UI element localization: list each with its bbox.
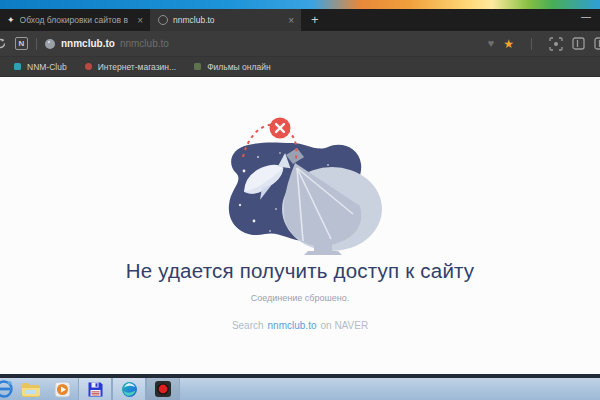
taskbar-whale-browser-icon[interactable] [112,378,146,400]
naver-n-badge-icon[interactable]: N [15,37,28,50]
close-tab-icon[interactable]: × [286,15,294,26]
tab-bar: ✦ Обход блокировки сайтов в Р × nnmclub.… [0,9,600,31]
error-page: Не удается получить доступ к сайту Соеди… [0,77,600,374]
search-suffix: on NAVER [320,320,368,331]
taskbar-file-explorer-icon[interactable] [14,378,46,400]
error-illustration [210,113,390,255]
taskbar-internet-explorer-icon[interactable] [0,378,14,400]
search-suggestion: Searchnnmclub.toon NAVER [0,320,600,331]
bookmark-favicon-icon [14,63,21,70]
heart-scrap-icon[interactable]: ♥ [488,38,495,49]
address-toolbar: N nnmclub.to nnmclub.to ♥ ★ [0,31,600,57]
sidebar-panel2-icon[interactable] [594,37,600,50]
globe-ring-favicon-icon [158,15,168,25]
url-suffix: nnmclub.to [120,38,169,49]
reload-icon[interactable] [0,37,7,50]
search-prefix: Search [232,320,264,331]
tab-blocked-sites[interactable]: ✦ Обход блокировки сайтов в Р × [0,9,151,31]
tab-title: nnmclub.to [173,15,281,25]
tab-title: Обход блокировки сайтов в Р [20,15,131,25]
bookmark-nnm-club[interactable]: NNM-Club [14,62,67,72]
close-tab-icon[interactable]: × [135,15,143,26]
desktop-wallpaper [0,0,600,9]
error-subtitle: Соединение сброшено. [0,293,600,303]
screen: ✦ Обход блокировки сайтов в Р × nnmclub.… [0,0,600,400]
error-title: Не удается получить доступ к сайту [0,259,600,283]
divider [36,38,37,50]
search-query-link[interactable]: nnmclub.to [268,320,317,331]
browser-window: ✦ Обход блокировки сайтов в Р × nnmclub.… [0,9,600,374]
minimize-button[interactable]: — [577,9,595,25]
bookmark-favicon-icon [85,63,92,70]
capture-viewfinder-icon[interactable] [549,37,563,51]
taskbar-screen-recorder-icon[interactable] [146,378,180,400]
bookmark-label: Фильмы онлайн [207,62,270,72]
new-tab-button[interactable]: + [301,9,329,31]
bookmark-star-icon[interactable]: ★ [503,38,514,50]
taskbar [0,378,600,400]
bookmark-films-online[interactable]: Фильмы онлайн [194,62,270,72]
taskbar-media-player-icon[interactable] [46,378,78,400]
bookmark-internet-shop[interactable]: Интернет-магазин... [85,62,176,72]
url-domain[interactable]: nnmclub.to [61,38,115,49]
toolbar-actions: ♥ ★ [488,37,600,51]
bookmarks-bar: NNM-Club Интернет-магазин... Фильмы онла… [0,57,600,77]
sidebar-panel-icon[interactable] [572,37,585,50]
taskbar-save-app-icon[interactable] [78,378,112,400]
bookmark-label: Интернет-магазин... [98,62,176,72]
bookmark-label: NNM-Club [27,62,67,72]
site-info-icon[interactable] [45,39,55,49]
sparkle-favicon-icon: ✦ [7,16,15,25]
tab-nnmclub[interactable]: nnmclub.to × [151,9,301,31]
bookmark-favicon-icon [194,63,201,70]
divider [531,38,532,50]
